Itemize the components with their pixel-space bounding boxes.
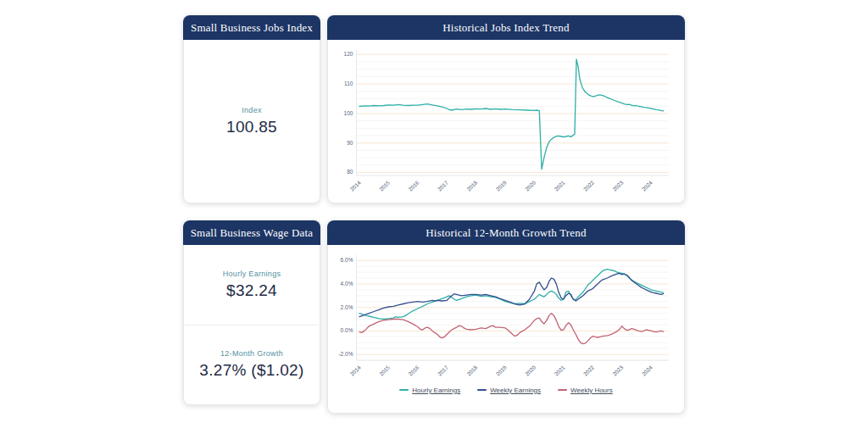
svg-text:6.0%: 6.0% [341, 257, 353, 263]
svg-text:2021: 2021 [553, 180, 566, 192]
svg-text:90: 90 [347, 140, 353, 146]
jobs-trend-card: Historical Jobs Index Trend 809010011012… [327, 15, 685, 203]
jobs-trend-card-title: Historical Jobs Index Trend [327, 15, 685, 40]
growth-metric: 12-Month Growth 3.27% ($1.02) [184, 326, 320, 405]
svg-text:2014: 2014 [348, 180, 362, 192]
legend-item-weekly-hours[interactable]: Weekly Hours [558, 387, 613, 394]
svg-text:2024: 2024 [641, 364, 654, 377]
svg-text:-2.0%: -2.0% [338, 351, 353, 357]
jobs-index-metric: Index 100.85 [184, 40, 320, 203]
svg-text:2024: 2024 [641, 180, 654, 192]
legend-dash-icon [399, 389, 409, 391]
svg-text:2018: 2018 [465, 364, 479, 377]
svg-text:2019: 2019 [495, 180, 509, 192]
svg-text:2019: 2019 [495, 364, 509, 377]
wage-row: Small Business Wage Data Hourly Earnings… [183, 220, 685, 414]
hourly-earnings-metric: Hourly Earnings $32.24 [184, 245, 320, 325]
jobs-trend-card-body: 8090100110120201420152016201720182019202… [327, 40, 685, 203]
legend-label: Weekly Hours [570, 387, 613, 394]
jobs-index-card: Small Business Jobs Index Index 100.85 [183, 15, 320, 203]
jobs-row: Small Business Jobs Index Index 100.85 H… [183, 15, 685, 203]
svg-text:2016: 2016 [407, 364, 420, 377]
svg-text:0.0%: 0.0% [341, 327, 353, 333]
legend-label: Hourly Earnings [412, 387, 460, 394]
svg-text:2017: 2017 [437, 364, 450, 377]
svg-text:2022: 2022 [582, 180, 596, 192]
svg-text:2021: 2021 [553, 364, 566, 377]
jobs-index-trend-chart: 8090100110120201420152016201720182019202… [333, 43, 679, 198]
svg-text:80: 80 [347, 170, 353, 175]
growth-trend-card: Historical 12-Month Growth Trend -2.0%0.… [327, 220, 685, 414]
svg-text:100: 100 [344, 110, 353, 116]
svg-text:2022: 2022 [582, 364, 596, 377]
svg-text:2020: 2020 [524, 180, 537, 192]
growth-label: 12-Month Growth [220, 349, 283, 358]
jobs-index-metric-value: 100.85 [226, 118, 277, 136]
svg-text:2018: 2018 [465, 180, 479, 192]
jobs-index-card-body: Index 100.85 [183, 40, 320, 203]
growth-value: 3.27% ($1.02) [199, 361, 303, 380]
wage-data-card-title: Small Business Wage Data [183, 220, 320, 245]
growth-trend-chart: -2.0%0.0%2.0%4.0%6.0%2014201520162017201… [333, 248, 679, 382]
svg-text:110: 110 [344, 81, 353, 86]
svg-text:2017: 2017 [437, 180, 450, 192]
legend-item-weekly-earnings[interactable]: Weekly Earnings [477, 387, 541, 394]
hourly-earnings-value: $32.24 [226, 281, 277, 300]
legend-item-hourly-earnings[interactable]: Hourly Earnings [399, 387, 460, 394]
wage-data-card-body: Hourly Earnings $32.24 12-Month Growth 3… [183, 245, 320, 405]
dashboard: Small Business Jobs Index Index 100.85 H… [183, 15, 685, 414]
legend-label: Weekly Earnings [490, 387, 541, 394]
svg-text:2023: 2023 [611, 180, 625, 192]
svg-text:2016: 2016 [407, 180, 420, 192]
svg-text:2015: 2015 [378, 180, 392, 192]
svg-text:2014: 2014 [348, 364, 362, 377]
svg-text:2020: 2020 [524, 364, 537, 377]
svg-text:2.0%: 2.0% [341, 304, 353, 310]
svg-text:2015: 2015 [378, 364, 392, 377]
jobs-index-card-title: Small Business Jobs Index [183, 15, 320, 40]
chart-legend: Hourly EarningsWeekly EarningsWeekly Hou… [333, 382, 679, 398]
svg-text:2023: 2023 [611, 364, 625, 377]
hourly-earnings-label: Hourly Earnings [223, 270, 281, 278]
wage-data-card: Small Business Wage Data Hourly Earnings… [183, 220, 320, 405]
svg-text:4.0%: 4.0% [341, 281, 353, 287]
growth-trend-card-title: Historical 12-Month Growth Trend [327, 220, 685, 245]
jobs-index-metric-label: Index [242, 106, 262, 114]
growth-trend-card-body: -2.0%0.0%2.0%4.0%6.0%2014201520162017201… [327, 245, 685, 414]
svg-text:120: 120 [344, 51, 353, 57]
legend-dash-icon [477, 389, 487, 391]
legend-dash-icon [558, 389, 567, 391]
